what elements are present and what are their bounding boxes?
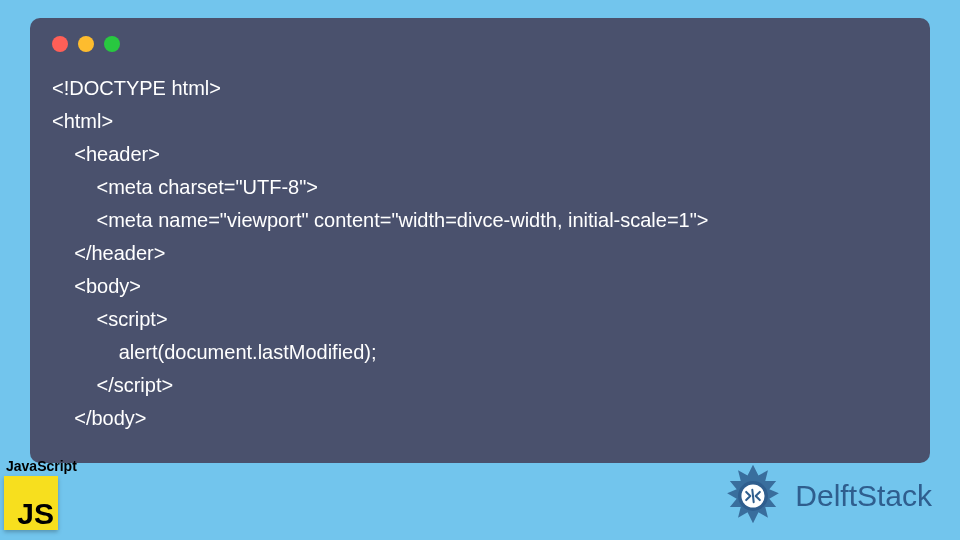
code-block: <!DOCTYPE html> <html> <header> <meta ch… xyxy=(52,72,908,435)
js-label: JavaScript xyxy=(6,458,77,474)
brand: DelftStack xyxy=(719,462,932,530)
js-logo-icon: JS xyxy=(4,476,58,530)
js-logo-text: JS xyxy=(17,497,54,530)
titlebar xyxy=(52,36,908,52)
close-icon[interactable] xyxy=(52,36,68,52)
code-window: <!DOCTYPE html> <html> <header> <meta ch… xyxy=(30,18,930,463)
footer: JavaScript JS DelftStack xyxy=(0,458,960,540)
brand-logo-icon xyxy=(719,462,787,530)
js-badge: JavaScript JS xyxy=(4,458,77,530)
brand-text: DelftStack xyxy=(795,479,932,513)
svg-line-2 xyxy=(753,490,754,502)
minimize-icon[interactable] xyxy=(78,36,94,52)
zoom-icon[interactable] xyxy=(104,36,120,52)
